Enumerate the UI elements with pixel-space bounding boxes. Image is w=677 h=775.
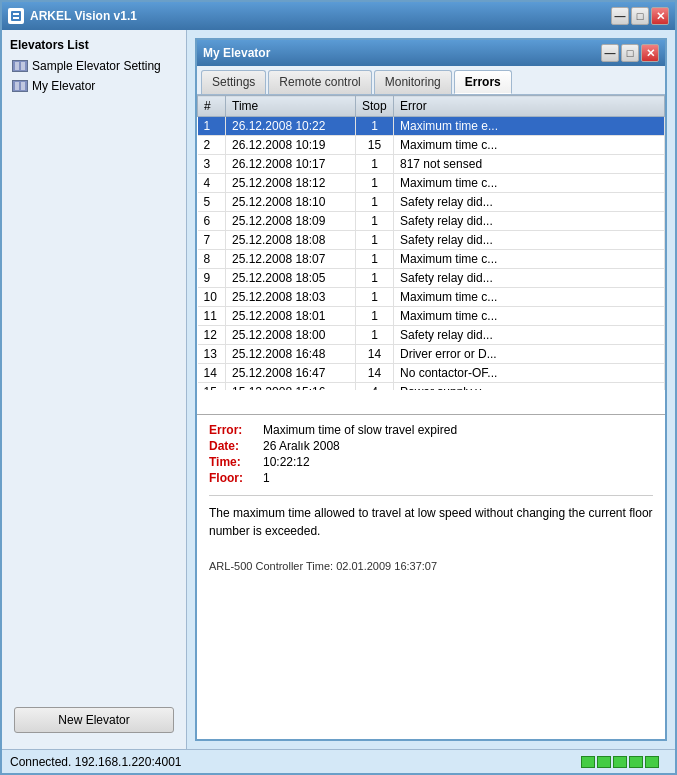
cell-stop: 1 — [356, 269, 394, 288]
cell-stop: 15 — [356, 136, 394, 155]
status-text: Connected. 192.168.1.220:4001 — [10, 755, 581, 769]
cell-time: 25.12.2008 18:09 — [226, 212, 356, 231]
cell-num: 14 — [198, 364, 226, 383]
cell-stop: 1 — [356, 117, 394, 136]
status-bar: Connected. 192.168.1.220:4001 — [2, 749, 675, 773]
signal-bar — [581, 756, 595, 768]
outer-close-button[interactable]: ✕ — [651, 7, 669, 25]
inner-minimize-button[interactable]: — — [601, 44, 619, 62]
tab-monitoring[interactable]: Monitoring — [374, 70, 452, 94]
col-num: # — [198, 96, 226, 117]
error-table: # Time Stop Error 1 26.12.2008 10:22 1 M… — [197, 95, 665, 390]
cell-time: 25.12.2008 16:47 — [226, 364, 356, 383]
tab-settings[interactable]: Settings — [201, 70, 266, 94]
inner-title: My Elevator — [203, 46, 599, 60]
cell-error: Safety relay did... — [394, 193, 665, 212]
table-row[interactable]: 14 25.12.2008 16:47 14 No contactor-OF..… — [198, 364, 665, 383]
date-value: 26 Aralık 2008 — [263, 439, 340, 453]
cell-num: 8 — [198, 250, 226, 269]
table-row[interactable]: 5 25.12.2008 18:10 1 Safety relay did... — [198, 193, 665, 212]
cell-error: Driver error or D... — [394, 345, 665, 364]
table-row[interactable]: 4 25.12.2008 18:12 1 Maximum time c... — [198, 174, 665, 193]
detail-time-line: Time: 10:22:12 — [209, 455, 653, 469]
detail-date-line: Date: 26 Aralık 2008 — [209, 439, 653, 453]
cell-time: 26.12.2008 10:19 — [226, 136, 356, 155]
svg-rect-5 — [21, 62, 25, 70]
app-icon — [8, 8, 24, 24]
cell-stop: 1 — [356, 155, 394, 174]
outer-window: ARKEL Vision v1.1 — □ ✕ Elevators List S… — [0, 0, 677, 775]
cell-time: 25.12.2008 18:08 — [226, 231, 356, 250]
cell-num: 5 — [198, 193, 226, 212]
table-row[interactable]: 1 26.12.2008 10:22 1 Maximum time e... — [198, 117, 665, 136]
cell-error: Power supply v... — [394, 383, 665, 391]
table-row[interactable]: 13 25.12.2008 16:48 14 Driver error or D… — [198, 345, 665, 364]
table-row[interactable]: 8 25.12.2008 18:07 1 Maximum time c... — [198, 250, 665, 269]
tab-remote-control[interactable]: Remote control — [268, 70, 371, 94]
outer-maximize-button[interactable]: □ — [631, 7, 649, 25]
inner-titlebar: My Elevator — □ ✕ — [197, 40, 665, 66]
elevator-item-my[interactable]: My Elevator — [6, 76, 182, 96]
table-row[interactable]: 9 25.12.2008 18:05 1 Safety relay did... — [198, 269, 665, 288]
table-row[interactable]: 10 25.12.2008 18:03 1 Maximum time c... — [198, 288, 665, 307]
cell-num: 4 — [198, 174, 226, 193]
inner-close-button[interactable]: ✕ — [641, 44, 659, 62]
cell-num: 7 — [198, 231, 226, 250]
cell-time: 25.12.2008 18:05 — [226, 269, 356, 288]
table-row[interactable]: 12 25.12.2008 18:00 1 Safety relay did..… — [198, 326, 665, 345]
cell-stop: 1 — [356, 212, 394, 231]
cell-num: 6 — [198, 212, 226, 231]
cell-num: 11 — [198, 307, 226, 326]
inner-maximize-button[interactable]: □ — [621, 44, 639, 62]
cell-error: Maximum time c... — [394, 174, 665, 193]
svg-rect-1 — [13, 13, 19, 15]
table-row[interactable]: 15 15.12.2008 15:16 4 Power supply v... — [198, 383, 665, 391]
cell-error: Maximum time c... — [394, 288, 665, 307]
table-row[interactable]: 6 25.12.2008 18:09 1 Safety relay did... — [198, 212, 665, 231]
signal-bar — [629, 756, 643, 768]
cell-stop: 1 — [356, 288, 394, 307]
tabs-bar: Settings Remote control Monitoring Error… — [197, 66, 665, 95]
elevator-label-sample: Sample Elevator Setting — [32, 59, 161, 73]
cell-time: 26.12.2008 10:17 — [226, 155, 356, 174]
table-row[interactable]: 2 26.12.2008 10:19 15 Maximum time c... — [198, 136, 665, 155]
cell-time: 25.12.2008 18:03 — [226, 288, 356, 307]
detail-section[interactable]: Error: Maximum time of slow travel expir… — [197, 415, 665, 739]
cell-time: 26.12.2008 10:22 — [226, 117, 356, 136]
cell-stop: 1 — [356, 326, 394, 345]
cell-num: 1 — [198, 117, 226, 136]
cell-num: 15 — [198, 383, 226, 391]
time-label: Time: — [209, 455, 259, 469]
detail-floor-line: Floor: 1 — [209, 471, 653, 485]
cell-num: 2 — [198, 136, 226, 155]
error-value: Maximum time of slow travel expired — [263, 423, 457, 437]
cell-error: Maximum time c... — [394, 136, 665, 155]
cell-stop: 1 — [356, 231, 394, 250]
date-label: Date: — [209, 439, 259, 453]
table-row[interactable]: 7 25.12.2008 18:08 1 Safety relay did... — [198, 231, 665, 250]
elevators-list-header: Elevators List — [6, 34, 182, 56]
cell-num: 12 — [198, 326, 226, 345]
cell-error: Maximum time e... — [394, 117, 665, 136]
outer-minimize-button[interactable]: — — [611, 7, 629, 25]
app-title: ARKEL Vision v1.1 — [30, 9, 609, 23]
cell-time: 25.12.2008 18:07 — [226, 250, 356, 269]
cell-stop: 1 — [356, 174, 394, 193]
error-label: Error: — [209, 423, 259, 437]
error-table-scroll[interactable]: # Time Stop Error 1 26.12.2008 10:22 1 M… — [197, 95, 665, 390]
table-row[interactable]: 11 25.12.2008 18:01 1 Maximum time c... — [198, 307, 665, 326]
elevator-label-my: My Elevator — [32, 79, 95, 93]
elevator-icon-my — [12, 80, 28, 92]
cell-error: No contactor-OF... — [394, 364, 665, 383]
floor-value: 1 — [263, 471, 270, 485]
cell-error: Maximum time c... — [394, 250, 665, 269]
cell-stop: 4 — [356, 383, 394, 391]
cell-num: 13 — [198, 345, 226, 364]
cell-stop: 14 — [356, 345, 394, 364]
table-row[interactable]: 3 26.12.2008 10:17 1 817 not sensed — [198, 155, 665, 174]
tab-errors[interactable]: Errors — [454, 70, 512, 94]
new-elevator-button[interactable]: New Elevator — [14, 707, 174, 733]
cell-time: 25.12.2008 18:01 — [226, 307, 356, 326]
elevator-item-sample[interactable]: Sample Elevator Setting — [6, 56, 182, 76]
cell-stop: 14 — [356, 364, 394, 383]
